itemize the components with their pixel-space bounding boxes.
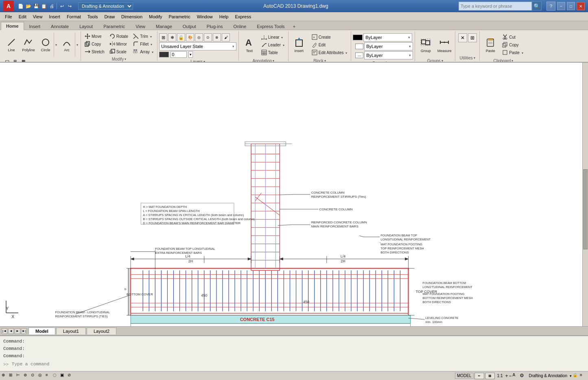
print-button[interactable]: 🖨 <box>48 2 55 10</box>
app-icon[interactable]: A <box>3 1 14 11</box>
menu-edit[interactable]: Edit <box>15 12 30 21</box>
group-button[interactable]: Group <box>417 33 435 57</box>
copy-button[interactable]: Copy <box>83 40 107 48</box>
status-icon-gizmo[interactable]: ⊘ <box>68 373 74 379</box>
open-button[interactable]: 📂 <box>25 2 32 10</box>
layer-more2[interactable]: ⊗ <box>213 33 221 41</box>
tab-model[interactable]: Model <box>28 328 55 334</box>
tab-extra[interactable]: + <box>290 22 298 30</box>
modify-group-label[interactable]: Modify <box>112 56 126 61</box>
layer-lock-button[interactable]: 🔒 <box>177 33 185 41</box>
menu-parametric[interactable]: Parametric <box>165 12 193 21</box>
minimize-button[interactable]: − <box>557 2 565 10</box>
layer-freeze-button[interactable]: ❄ <box>168 33 176 41</box>
menu-tools[interactable]: Tools <box>84 12 101 21</box>
trim-button[interactable]: Trim ▾ <box>131 33 155 40</box>
bylayer1-dropdown[interactable]: ByLayer <box>363 33 412 41</box>
help-icon[interactable]: ? <box>546 2 555 11</box>
status-icon-lineweight[interactable]: ≡ <box>46 373 52 379</box>
menu-format[interactable]: Format <box>63 12 84 21</box>
circle-dropdown[interactable]: ▾ <box>54 33 58 57</box>
rectangle-button[interactable]: ▭ <box>3 57 11 62</box>
menu-draw[interactable]: Draw <box>101 12 118 21</box>
save-button[interactable]: 💾 <box>33 2 40 10</box>
gradient-button[interactable]: ▦ <box>20 57 27 62</box>
layer-state-dropdown[interactable]: Unsaved Layer State <box>159 42 236 50</box>
vertical-scrollbar[interactable] <box>582 63 588 330</box>
scale-button[interactable]: Scale <box>107 48 130 55</box>
layer-color-button[interactable]: 🎨 <box>186 33 194 41</box>
menu-help[interactable]: Help <box>216 12 232 21</box>
zoom-out-btn[interactable]: − <box>509 373 511 379</box>
fillet-button[interactable]: Fillet ▾ <box>131 40 155 48</box>
tab-manage[interactable]: Manage <box>151 22 177 30</box>
status-icon-snap[interactable]: ⊕ <box>2 373 8 379</box>
tab-annotate[interactable]: Annotate <box>46 22 74 30</box>
tab-insert[interactable]: Insert <box>24 22 46 30</box>
search-input[interactable] <box>459 2 532 11</box>
command-input[interactable] <box>10 360 585 368</box>
edit-attributes-button[interactable]: Edit Attributes ▾ <box>310 49 349 56</box>
search-button[interactable]: 🔍 <box>532 2 542 11</box>
tab-nav-first[interactable]: |◄ <box>2 328 7 334</box>
menu-express[interactable]: Express <box>232 12 254 21</box>
utilities-group-label[interactable]: Utilities <box>460 55 475 60</box>
status-icon-selection[interactable]: ▣ <box>60 373 67 379</box>
status-gear-btn[interactable]: ⚙ <box>520 373 526 379</box>
tab-nav-prev[interactable]: ◄ <box>8 328 14 334</box>
arc-button[interactable]: Arc <box>59 33 75 57</box>
layer-properties-button[interactable]: ⊞ <box>159 33 167 41</box>
status-icon-ortho[interactable]: ⊢ <box>16 373 23 379</box>
model-label[interactable]: MODEL <box>455 373 474 379</box>
status-menu-btn[interactable]: ≡ <box>580 373 586 379</box>
status-icon-osnap[interactable]: ⊙ <box>31 373 37 379</box>
status-icon-transparency[interactable]: ◌ <box>53 373 59 379</box>
menu-modify[interactable]: Modify <box>146 12 165 21</box>
array-button[interactable]: Array ▾ <box>131 48 155 55</box>
edit-block-button[interactable]: Edit <box>310 41 349 48</box>
properties-group-label[interactable]: Properties <box>372 60 393 62</box>
annotation-group-label[interactable]: Annotation <box>252 58 274 62</box>
utility-btn1[interactable]: ✕ <box>458 33 467 42</box>
layer-paint-button[interactable]: 🖌 <box>222 33 230 41</box>
stretch-button[interactable]: Stretch <box>83 48 107 55</box>
tab-output[interactable]: Output <box>177 22 201 30</box>
status-icon-polar[interactable]: ⊚ <box>24 373 30 379</box>
clipboard-group-label[interactable]: Clipboard <box>494 58 514 62</box>
layers-group-label[interactable]: Layers <box>190 59 205 62</box>
workspace-selector[interactable]: Drafting & Annotation <box>78 2 133 10</box>
redo-button[interactable]: ↪ <box>66 2 73 10</box>
tab-layout[interactable]: Layout <box>74 22 98 30</box>
block-group-label[interactable]: Block <box>313 58 326 62</box>
toolbar-lock-btn[interactable]: 🔒 <box>573 373 579 379</box>
tab-online[interactable]: Online <box>228 22 252 30</box>
tab-home[interactable]: Home <box>1 22 24 30</box>
layer-more1[interactable]: ⊙ <box>204 33 212 41</box>
tab-view[interactable]: View <box>130 22 151 30</box>
close-button[interactable]: ✕ <box>577 2 585 10</box>
paste-button[interactable]: Paste <box>481 33 499 57</box>
groups-group-label[interactable]: Groups <box>427 58 443 62</box>
circle-button[interactable]: Circle <box>37 33 54 57</box>
layer-color-swatch[interactable] <box>159 52 169 57</box>
menu-window[interactable]: Window <box>194 12 216 21</box>
move-button[interactable]: Move <box>83 33 107 40</box>
new-button[interactable]: 📄 <box>17 2 24 10</box>
create-block-button[interactable]: + Create <box>310 33 349 41</box>
tab-express[interactable]: Express Tools <box>251 22 290 30</box>
tab-parametric[interactable]: Parametric <box>98 22 130 30</box>
bylayer3-dropdown[interactable]: ByLayer <box>364 51 413 59</box>
saveas-button[interactable]: 📋 <box>40 2 48 10</box>
status-icon-3dosnap[interactable]: ◎ <box>38 373 45 379</box>
menu-file[interactable]: File <box>2 12 15 21</box>
rotate-button[interactable]: Rotate <box>107 33 130 40</box>
menu-view[interactable]: View <box>30 12 46 21</box>
status-icon-grid[interactable]: ⊞ <box>9 373 15 379</box>
tab-nav-next[interactable]: ► <box>15 328 20 334</box>
utility-btn2[interactable]: ⊞ <box>468 33 477 42</box>
viewport-btn[interactable]: ▦ <box>485 373 495 379</box>
hatch-button[interactable]: ⊞ <box>11 57 19 62</box>
text-button[interactable]: A Text <box>240 33 258 57</box>
menu-dimension[interactable]: Dimension <box>118 12 146 21</box>
table-button[interactable]: Table <box>259 49 286 56</box>
